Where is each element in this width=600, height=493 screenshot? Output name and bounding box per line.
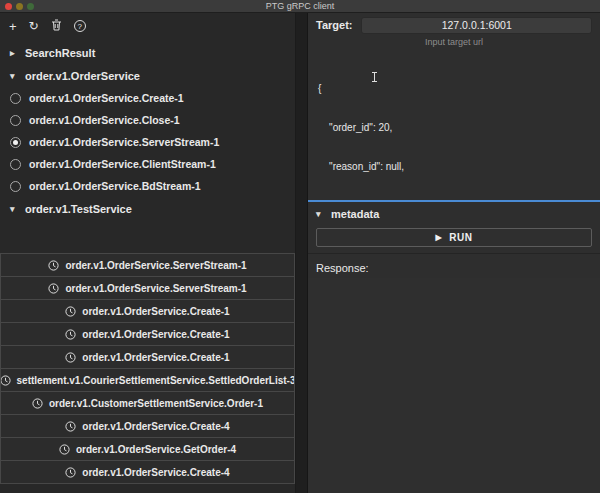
tree-node-search-result[interactable]: ▸ SearchResult — [0, 41, 295, 64]
radio-icon[interactable] — [10, 115, 21, 126]
history-item-label: order.v1.OrderService.Create-4 — [82, 421, 229, 432]
app-body: + ↻ ? ▸ SearchResult ▾ order.v1.OrderSer… — [0, 13, 600, 493]
radio-icon[interactable] — [10, 93, 21, 104]
tree-node-order-service[interactable]: ▾ order.v1.OrderService — [0, 64, 295, 87]
history-item-label: order.v1.OrderService.ServerStream-1 — [65, 260, 246, 271]
editor-line: { — [318, 82, 590, 95]
history-item[interactable]: order.v1.CustomerSettlementService.Order… — [0, 391, 295, 415]
sidebar-scrollbar[interactable] — [296, 13, 308, 493]
tree-node-test-service[interactable]: ▾ order.v1.TestService — [0, 197, 295, 220]
history-item[interactable]: order.v1.OrderService.Create-4 — [0, 460, 295, 484]
history-item[interactable]: order.v1.OrderService.Create-1 — [0, 345, 295, 369]
clock-icon — [65, 421, 76, 432]
history-item[interactable]: order.v1.OrderService.Create-4 — [0, 414, 295, 438]
clock-icon — [65, 352, 76, 363]
response-area — [308, 278, 600, 493]
history-item-label: order.v1.OrderService.GetOrder-4 — [76, 444, 236, 455]
method-close-1[interactable]: order.v1.OrderService.Close-1 — [0, 109, 295, 131]
tree-node-label: order.v1.OrderService — [25, 70, 140, 82]
response-section: Response: — [308, 253, 600, 493]
history-item[interactable]: settlement.v1.CourierSettlementService.S… — [0, 368, 295, 392]
target-label: Target: — [316, 19, 352, 31]
tree-node-label: SearchResult — [25, 47, 95, 59]
radio-icon[interactable] — [10, 181, 21, 192]
editor-line: "order_id": 20, — [318, 121, 590, 134]
play-icon: ▶ — [436, 233, 443, 242]
caret-right-icon: ▸ — [10, 48, 18, 58]
help-icon[interactable]: ? — [74, 20, 86, 32]
history-item[interactable]: order.v1.OrderService.Create-1 — [0, 322, 295, 346]
editor-line: "reason_id": null, — [318, 160, 590, 173]
clock-icon — [65, 306, 76, 317]
clock-icon — [59, 444, 70, 455]
history-item-label: order.v1.OrderService.ServerStream-1 — [65, 283, 246, 294]
clock-icon — [0, 375, 11, 386]
minimize-window-button[interactable] — [16, 3, 23, 10]
title-bar: PTG gRPC client — [0, 0, 600, 13]
metadata-label: metadata — [331, 208, 379, 220]
clock-icon — [65, 467, 76, 478]
text-cursor — [374, 72, 375, 82]
method-create-1[interactable]: order.v1.OrderService.Create-1 — [0, 87, 295, 109]
window-controls — [5, 3, 34, 10]
maximize-window-button[interactable] — [27, 3, 34, 10]
radio-selected-icon[interactable] — [10, 137, 21, 148]
add-icon[interactable]: + — [9, 20, 17, 33]
history-item[interactable]: order.v1.OrderService.GetOrder-4 — [0, 437, 295, 461]
clock-icon — [48, 283, 59, 294]
method-bdstream-1[interactable]: order.v1.OrderService.BdStream-1 — [0, 175, 295, 197]
method-label: order.v1.OrderService.ClientStream-1 — [29, 158, 216, 170]
clock-icon — [32, 398, 43, 409]
sidebar: + ↻ ? ▸ SearchResult ▾ order.v1.OrderSer… — [0, 13, 296, 493]
clock-icon — [65, 329, 76, 340]
trash-icon[interactable] — [51, 19, 62, 33]
request-body-editor[interactable]: { "order_id": 20, "reason_id": null, "re… — [308, 50, 600, 200]
history-list: order.v1.OrderService.ServerStream-1 ord… — [0, 254, 295, 484]
run-button[interactable]: ▶ RUN — [316, 228, 592, 247]
method-label: order.v1.OrderService.BdStream-1 — [29, 180, 201, 192]
refresh-icon[interactable]: ↻ — [29, 20, 39, 32]
method-label: order.v1.OrderService.ServerStream-1 — [29, 136, 219, 148]
method-label: order.v1.OrderService.Create-1 — [29, 92, 184, 104]
close-window-button[interactable] — [5, 3, 12, 10]
tree-node-label: order.v1.TestService — [25, 203, 132, 215]
history-item-label: order.v1.OrderService.Create-1 — [82, 329, 229, 340]
history-item-label: order.v1.OrderService.Create-4 — [82, 467, 229, 478]
window-title: PTG gRPC client — [266, 1, 335, 11]
editor-resize-divider[interactable] — [308, 200, 600, 202]
target-row: Target: — [308, 13, 600, 37]
history-item[interactable]: order.v1.OrderService.ServerStream-1 — [0, 276, 295, 300]
clock-icon — [48, 260, 59, 271]
history-item[interactable]: order.v1.OrderService.Create-1 — [0, 299, 295, 323]
method-label: order.v1.OrderService.Close-1 — [29, 114, 180, 126]
response-label: Response: — [308, 254, 600, 278]
history-item-label: order.v1.OrderService.Create-1 — [82, 306, 229, 317]
history-item[interactable]: order.v1.OrderService.ServerStream-1 — [0, 253, 295, 277]
run-button-label: RUN — [449, 232, 472, 243]
caret-down-icon: ▾ — [316, 209, 324, 219]
target-input[interactable] — [361, 17, 592, 34]
history-item-label: order.v1.CustomerSettlementService.Order… — [49, 398, 263, 409]
method-clientstream-1[interactable]: order.v1.OrderService.ClientStream-1 — [0, 153, 295, 175]
caret-down-icon: ▾ — [10, 71, 18, 81]
history-item-label: order.v1.OrderService.Create-1 — [82, 352, 229, 363]
request-panel: Target: Input target url { "order_id": 2… — [308, 13, 600, 493]
editor-line: "remark": "", — [318, 199, 590, 200]
method-serverstream-1[interactable]: order.v1.OrderService.ServerStream-1 — [0, 131, 295, 153]
target-hint: Input target url — [308, 37, 600, 50]
metadata-section-toggle[interactable]: ▾ metadata — [308, 204, 600, 224]
sidebar-toolbar: + ↻ ? — [0, 13, 295, 39]
service-tree: ▸ SearchResult ▾ order.v1.OrderService o… — [0, 39, 295, 220]
history-item-label: settlement.v1.CourierSettlementService.S… — [17, 375, 295, 386]
caret-down-icon: ▾ — [10, 204, 18, 214]
radio-icon[interactable] — [10, 159, 21, 170]
